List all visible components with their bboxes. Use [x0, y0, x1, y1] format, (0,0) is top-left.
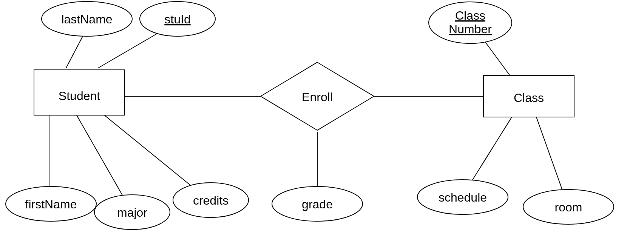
attribute-room-label: room — [555, 200, 582, 214]
entity-student-label: Student — [59, 89, 100, 103]
attribute-lastname-label: lastName — [61, 12, 112, 26]
connector — [536, 117, 567, 202]
attribute-classnumber-label-2: Number — [449, 22, 492, 36]
attribute-major-label: major — [117, 206, 147, 219]
attribute-schedule-label: schedule — [439, 191, 487, 204]
entity-class-label: Class — [514, 91, 544, 105]
connector — [483, 40, 510, 76]
connector — [102, 113, 204, 196]
attribute-credits-label: credits — [193, 194, 229, 207]
attribute-grade-label: grade — [302, 197, 333, 211]
relationship-enroll-label: Enroll — [302, 90, 333, 104]
er-diagram: Student Class Enroll lastName stuId firs… — [0, 0, 644, 245]
attribute-classnumber-label-1: Class — [455, 9, 485, 22]
attribute-firstname-label: firstName — [25, 197, 77, 211]
attribute-stuid-label: stuId — [164, 12, 190, 26]
